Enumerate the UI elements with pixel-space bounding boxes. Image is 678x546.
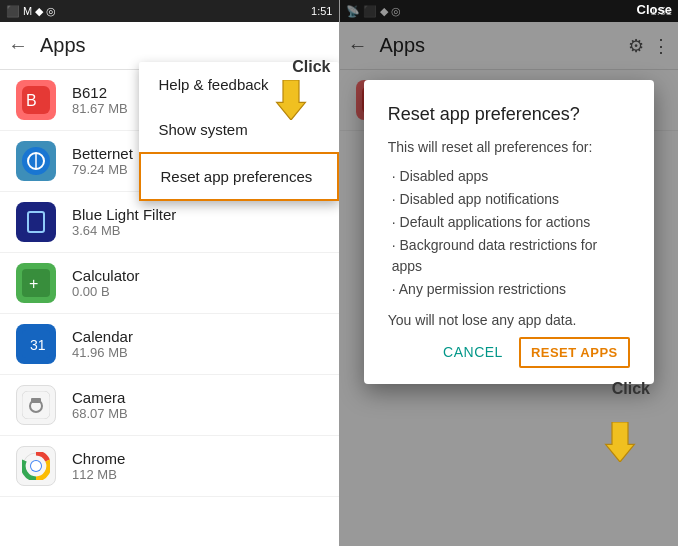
camera-name: Camera: [72, 389, 128, 406]
chrome-icon: [16, 446, 56, 486]
bullet-3: · Default applications for actions: [392, 212, 630, 233]
calendar-icon: 31: [16, 324, 56, 364]
betternet-name: Betternet: [72, 145, 133, 162]
left-screen-title: Apps: [40, 34, 86, 57]
dialog-actions: CANCEL RESET APPS: [388, 336, 630, 368]
dialog-bullet-list: · Disabled apps · Disabled app notificat…: [388, 166, 630, 300]
svg-marker-20: [606, 422, 635, 462]
list-item[interactable]: Blue Light Filter 3.64 MB: [0, 192, 339, 253]
left-status-icons-right: 1:51: [311, 5, 332, 17]
calculator-icon: +: [16, 263, 56, 303]
b612-icon: B: [16, 80, 56, 120]
left-arrow-indicator: [273, 80, 309, 124]
camera-icon: [16, 385, 56, 425]
b612-info: B612 81.67 MB: [72, 84, 128, 116]
right-arrow-indicator: [602, 422, 638, 466]
reset-dialog: Reset app preferences? This will reset a…: [364, 80, 654, 384]
left-status-icons-left: ⬛ M ◆ ◎: [6, 5, 56, 18]
svg-marker-17: [276, 80, 305, 120]
list-item[interactable]: 31 Calendar 41.96 MB: [0, 314, 339, 375]
right-panel: Close 📡 ⬛ ◆ ◎ 1:51 ← Apps ⚙ ⋮ B B612 81.…: [340, 0, 679, 546]
dialog-title: Reset app preferences?: [388, 104, 630, 125]
bullet-5: · Any permission restrictions: [392, 279, 630, 300]
reset-apps-button[interactable]: RESET APPS: [519, 337, 630, 368]
left-panel: ⬛ M ◆ ◎ 1:51 ← Apps B B612 81.67 MB Bett…: [0, 0, 339, 546]
svg-text:31: 31: [30, 337, 46, 353]
bluelight-info: Blue Light Filter 3.64 MB: [72, 206, 176, 238]
calculator-name: Calculator: [72, 267, 140, 284]
calculator-info: Calculator 0.00 B: [72, 267, 140, 299]
left-time: 1:51: [311, 5, 332, 17]
close-label: Close: [637, 2, 672, 17]
right-click-label: Click: [612, 380, 650, 398]
svg-rect-11: [22, 391, 50, 419]
reset-app-preferences-item[interactable]: Reset app preferences: [139, 152, 339, 201]
dialog-body: This will reset all preferences for: · D…: [388, 137, 630, 300]
b612-name: B612: [72, 84, 128, 101]
chrome-info: Chrome 112 MB: [72, 450, 125, 482]
left-back-button[interactable]: ←: [8, 34, 28, 57]
show-system-item[interactable]: Show system: [139, 107, 339, 152]
list-item[interactable]: Chrome 112 MB: [0, 436, 339, 497]
chrome-size: 112 MB: [72, 467, 125, 482]
left-status-bar: ⬛ M ◆ ◎ 1:51: [0, 0, 339, 22]
svg-text:+: +: [29, 275, 38, 292]
svg-point-16: [31, 461, 41, 471]
dialog-note: You will not lose any app data.: [388, 312, 630, 328]
bullet-4: · Background data restrictions for apps: [392, 235, 630, 277]
bullet-1: · Disabled apps: [392, 166, 630, 187]
b612-size: 81.67 MB: [72, 101, 128, 116]
list-item[interactable]: + Calculator 0.00 B: [0, 253, 339, 314]
list-item[interactable]: Camera 68.07 MB: [0, 375, 339, 436]
dialog-intro: This will reset all preferences for:: [388, 139, 593, 155]
notification-icons: ⬛ M ◆ ◎: [6, 5, 56, 18]
calculator-size: 0.00 B: [72, 284, 140, 299]
cancel-button[interactable]: CANCEL: [439, 336, 507, 368]
betternet-size: 79.24 MB: [72, 162, 133, 177]
betternet-icon: [16, 141, 56, 181]
svg-rect-13: [31, 398, 41, 403]
bluelight-name: Blue Light Filter: [72, 206, 176, 223]
left-click-label: Click: [292, 58, 330, 76]
bullet-2: · Disabled app notifications: [392, 189, 630, 210]
bluelight-size: 3.64 MB: [72, 223, 176, 238]
svg-text:B: B: [26, 92, 37, 109]
calendar-name: Calendar: [72, 328, 133, 345]
dropdown-menu: Help & feedback Show system Reset app pr…: [139, 62, 339, 201]
camera-size: 68.07 MB: [72, 406, 128, 421]
calendar-info: Calendar 41.96 MB: [72, 328, 133, 360]
calendar-size: 41.96 MB: [72, 345, 133, 360]
camera-info: Camera 68.07 MB: [72, 389, 128, 421]
betternet-info: Betternet 79.24 MB: [72, 145, 133, 177]
chrome-name: Chrome: [72, 450, 125, 467]
bluelight-icon: [16, 202, 56, 242]
